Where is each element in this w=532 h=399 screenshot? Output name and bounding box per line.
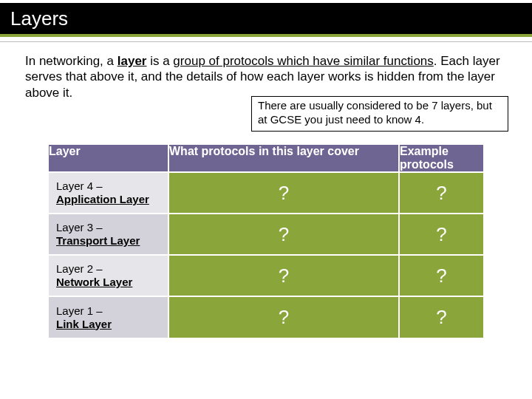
layers-table: Layer What protocols in this layer cover… [49,145,483,338]
accent-divider [0,34,532,37]
cover-cell: ? [168,214,399,255]
layer-name: Link Layer [56,318,112,330]
layer-prefix: Layer 1 – [56,304,103,317]
layer-prefix: Layer 2 – [56,262,103,275]
col-header-layer: Layer [49,145,168,172]
cover-cell: ? [168,296,399,338]
layer-prefix: Layer 3 – [56,221,103,233]
layer-cell: Layer 3 – Transport Layer [49,214,168,255]
examples-cell: ? [399,296,483,338]
intro-paragraph: In networking, a layer is a group of pro… [25,53,507,100]
intro-mid: is a [146,54,173,68]
examples-cell: ? [399,172,483,214]
table-row: Layer 3 – Transport Layer ? ? [49,214,483,255]
table-header-row: Layer What protocols in this layer cover… [49,145,483,172]
cover-cell: ? [168,172,399,214]
intro-definition: group of protocols which have similar fu… [173,54,433,68]
note-text: There are usually considered to be 7 lay… [258,99,492,126]
layer-cell: Layer 1 – Link Layer [49,296,168,338]
examples-cell: ? [399,214,483,255]
title-band: Layers [0,3,532,34]
intro-prefix: In networking, a [25,54,117,68]
intro-term: layer [117,54,147,68]
col-header-cover: What protocols in this layer cover [168,145,399,172]
layer-cell: Layer 4 – Application Layer [49,172,168,214]
examples-cell: ? [399,255,483,296]
layer-prefix: Layer 4 – [56,180,103,192]
col-header-examples: Example protocols [399,145,483,172]
table-row: Layer 1 – Link Layer ? ? [49,296,483,338]
layer-name: Application Layer [56,193,149,205]
cover-cell: ? [168,255,399,296]
layer-cell: Layer 2 – Network Layer [49,255,168,296]
note-box: There are usually considered to be 7 lay… [251,96,508,132]
table-row: Layer 4 – Application Layer ? ? [49,172,483,214]
slide-title: Layers [10,7,68,30]
layer-name: Transport Layer [56,234,140,247]
thin-divider [0,41,532,42]
layer-name: Network Layer [56,276,132,288]
table-row: Layer 2 – Network Layer ? ? [49,255,483,296]
